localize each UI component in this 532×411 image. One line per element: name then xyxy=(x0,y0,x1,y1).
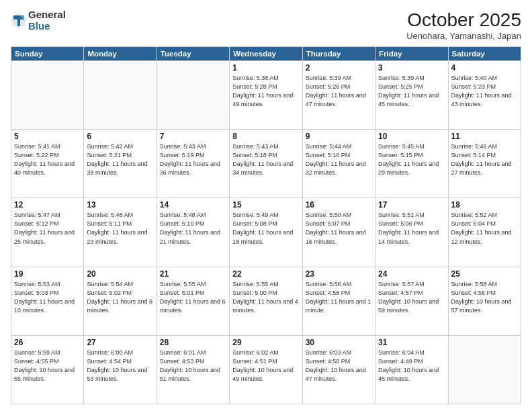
table-cell: 9Sunrise: 5:44 AM Sunset: 5:16 PM Daylig… xyxy=(302,130,375,198)
day-info: Sunrise: 5:41 AM Sunset: 5:22 PM Dayligh… xyxy=(14,142,81,177)
header-wednesday: Wednesday xyxy=(230,47,302,61)
header-friday: Friday xyxy=(375,47,448,61)
day-number: 8 xyxy=(232,132,299,141)
table-cell: 5Sunrise: 5:41 AM Sunset: 5:22 PM Daylig… xyxy=(11,130,84,198)
logo-text: General Blue xyxy=(28,9,66,32)
day-info: Sunrise: 5:44 AM Sunset: 5:16 PM Dayligh… xyxy=(306,142,372,177)
table-cell: 21Sunrise: 5:55 AM Sunset: 5:01 PM Dayli… xyxy=(157,267,229,335)
day-number: 7 xyxy=(160,132,226,141)
table-cell: 26Sunrise: 5:59 AM Sunset: 4:55 PM Dayli… xyxy=(11,335,84,404)
day-info: Sunrise: 5:51 AM Sunset: 5:06 PM Dayligh… xyxy=(378,211,445,246)
table-cell: 18Sunrise: 5:52 AM Sunset: 5:04 PM Dayli… xyxy=(448,198,521,267)
table-cell: 14Sunrise: 5:48 AM Sunset: 5:10 PM Dayli… xyxy=(157,198,229,267)
table-cell: 4Sunrise: 5:40 AM Sunset: 5:23 PM Daylig… xyxy=(448,61,521,130)
day-number: 11 xyxy=(451,132,518,141)
table-cell: 30Sunrise: 6:03 AM Sunset: 4:50 PM Dayli… xyxy=(302,335,375,404)
day-info: Sunrise: 5:57 AM Sunset: 4:57 PM Dayligh… xyxy=(378,280,445,315)
day-info: Sunrise: 5:55 AM Sunset: 5:00 PM Dayligh… xyxy=(232,280,299,315)
day-number: 10 xyxy=(378,132,445,141)
week-row-0: 1Sunrise: 5:38 AM Sunset: 5:28 PM Daylig… xyxy=(11,61,521,130)
title-block: October 2025 Uenohara, Yamanashi, Japan xyxy=(406,9,521,41)
table-cell: 17Sunrise: 5:51 AM Sunset: 5:06 PM Dayli… xyxy=(375,198,448,267)
day-info: Sunrise: 5:58 AM Sunset: 4:56 PM Dayligh… xyxy=(451,280,518,315)
day-number: 26 xyxy=(14,338,81,347)
day-number: 6 xyxy=(87,132,153,141)
day-info: Sunrise: 5:39 AM Sunset: 5:25 PM Dayligh… xyxy=(378,74,445,109)
table-cell: 13Sunrise: 5:48 AM Sunset: 5:11 PM Dayli… xyxy=(84,198,157,267)
header: General Blue October 2025 Uenohara, Yama… xyxy=(11,9,521,41)
table-cell: 10Sunrise: 5:45 AM Sunset: 5:15 PM Dayli… xyxy=(375,130,448,198)
day-number: 25 xyxy=(451,269,518,279)
day-number: 3 xyxy=(378,63,445,73)
week-row-1: 5Sunrise: 5:41 AM Sunset: 5:22 PM Daylig… xyxy=(11,130,521,198)
day-number: 12 xyxy=(14,200,81,210)
table-cell: 22Sunrise: 5:55 AM Sunset: 5:00 PM Dayli… xyxy=(230,267,302,335)
day-number: 27 xyxy=(87,338,153,347)
header-monday: Monday xyxy=(84,47,157,61)
day-info: Sunrise: 5:54 AM Sunset: 5:02 PM Dayligh… xyxy=(87,280,153,315)
logo-icon xyxy=(11,11,27,30)
day-number: 2 xyxy=(306,63,372,73)
day-number: 21 xyxy=(160,269,226,279)
day-info: Sunrise: 6:03 AM Sunset: 4:50 PM Dayligh… xyxy=(306,349,372,383)
logo-blue-text: Blue xyxy=(28,21,66,32)
month-title: October 2025 xyxy=(406,9,521,31)
table-cell: 6Sunrise: 5:42 AM Sunset: 5:21 PM Daylig… xyxy=(84,130,157,198)
table-cell: 2Sunrise: 5:39 AM Sunset: 5:26 PM Daylig… xyxy=(302,61,375,130)
day-info: Sunrise: 5:59 AM Sunset: 4:55 PM Dayligh… xyxy=(14,349,81,383)
day-number: 13 xyxy=(87,200,153,210)
day-number: 15 xyxy=(232,200,299,210)
table-cell: 20Sunrise: 5:54 AM Sunset: 5:02 PM Dayli… xyxy=(84,267,157,335)
day-number: 24 xyxy=(378,269,445,279)
header-sunday: Sunday xyxy=(11,47,84,61)
day-number: 30 xyxy=(306,338,372,347)
table-cell: 8Sunrise: 5:43 AM Sunset: 5:18 PM Daylig… xyxy=(230,130,302,198)
header-thursday: Thursday xyxy=(302,47,375,61)
table-cell: 19Sunrise: 5:53 AM Sunset: 5:03 PM Dayli… xyxy=(11,267,84,335)
day-info: Sunrise: 5:42 AM Sunset: 5:21 PM Dayligh… xyxy=(87,142,153,177)
day-number: 4 xyxy=(451,63,518,73)
day-number: 5 xyxy=(14,132,81,141)
table-cell: 28Sunrise: 6:01 AM Sunset: 4:53 PM Dayli… xyxy=(157,335,229,404)
day-info: Sunrise: 5:45 AM Sunset: 5:15 PM Dayligh… xyxy=(378,142,445,177)
header-saturday: Saturday xyxy=(448,47,521,61)
table-cell: 25Sunrise: 5:58 AM Sunset: 4:56 PM Dayli… xyxy=(448,267,521,335)
day-info: Sunrise: 5:55 AM Sunset: 5:01 PM Dayligh… xyxy=(160,280,226,315)
table-cell xyxy=(84,61,157,130)
calendar-table: Sunday Monday Tuesday Wednesday Thursday… xyxy=(11,46,521,404)
table-cell: 12Sunrise: 5:47 AM Sunset: 5:12 PM Dayli… xyxy=(11,198,84,267)
day-number: 23 xyxy=(306,269,372,279)
day-info: Sunrise: 5:52 AM Sunset: 5:04 PM Dayligh… xyxy=(451,211,518,246)
day-number: 22 xyxy=(232,269,299,279)
table-cell xyxy=(11,61,84,130)
table-cell: 31Sunrise: 6:04 AM Sunset: 4:49 PM Dayli… xyxy=(375,335,448,404)
table-cell: 23Sunrise: 5:56 AM Sunset: 4:58 PM Dayli… xyxy=(302,267,375,335)
table-cell: 7Sunrise: 5:43 AM Sunset: 5:19 PM Daylig… xyxy=(157,130,229,198)
day-info: Sunrise: 6:00 AM Sunset: 4:54 PM Dayligh… xyxy=(87,349,153,383)
day-info: Sunrise: 6:02 AM Sunset: 4:51 PM Dayligh… xyxy=(232,349,299,383)
day-number: 18 xyxy=(451,200,518,210)
weekday-header-row: Sunday Monday Tuesday Wednesday Thursday… xyxy=(11,47,521,61)
table-cell: 24Sunrise: 5:57 AM Sunset: 4:57 PM Dayli… xyxy=(375,267,448,335)
table-cell: 15Sunrise: 5:49 AM Sunset: 5:08 PM Dayli… xyxy=(230,198,302,267)
table-cell: 27Sunrise: 6:00 AM Sunset: 4:54 PM Dayli… xyxy=(84,335,157,404)
day-number: 1 xyxy=(232,63,299,73)
logo: General Blue xyxy=(11,9,66,32)
table-cell xyxy=(448,335,521,404)
day-info: Sunrise: 5:46 AM Sunset: 5:14 PM Dayligh… xyxy=(451,142,518,177)
day-number: 19 xyxy=(14,269,81,279)
table-cell: 11Sunrise: 5:46 AM Sunset: 5:14 PM Dayli… xyxy=(448,130,521,198)
table-cell: 1Sunrise: 5:38 AM Sunset: 5:28 PM Daylig… xyxy=(230,61,302,130)
day-number: 9 xyxy=(306,132,372,141)
day-number: 20 xyxy=(87,269,153,279)
table-cell: 16Sunrise: 5:50 AM Sunset: 5:07 PM Dayli… xyxy=(302,198,375,267)
day-number: 31 xyxy=(378,338,445,347)
week-row-4: 26Sunrise: 5:59 AM Sunset: 4:55 PM Dayli… xyxy=(11,335,521,404)
day-number: 16 xyxy=(306,200,372,210)
day-info: Sunrise: 5:56 AM Sunset: 4:58 PM Dayligh… xyxy=(306,280,372,315)
day-info: Sunrise: 5:47 AM Sunset: 5:12 PM Dayligh… xyxy=(14,211,81,246)
location: Uenohara, Yamanashi, Japan xyxy=(406,31,521,41)
day-number: 29 xyxy=(232,338,299,347)
day-info: Sunrise: 6:04 AM Sunset: 4:49 PM Dayligh… xyxy=(378,349,445,383)
day-info: Sunrise: 5:39 AM Sunset: 5:26 PM Dayligh… xyxy=(306,74,372,109)
